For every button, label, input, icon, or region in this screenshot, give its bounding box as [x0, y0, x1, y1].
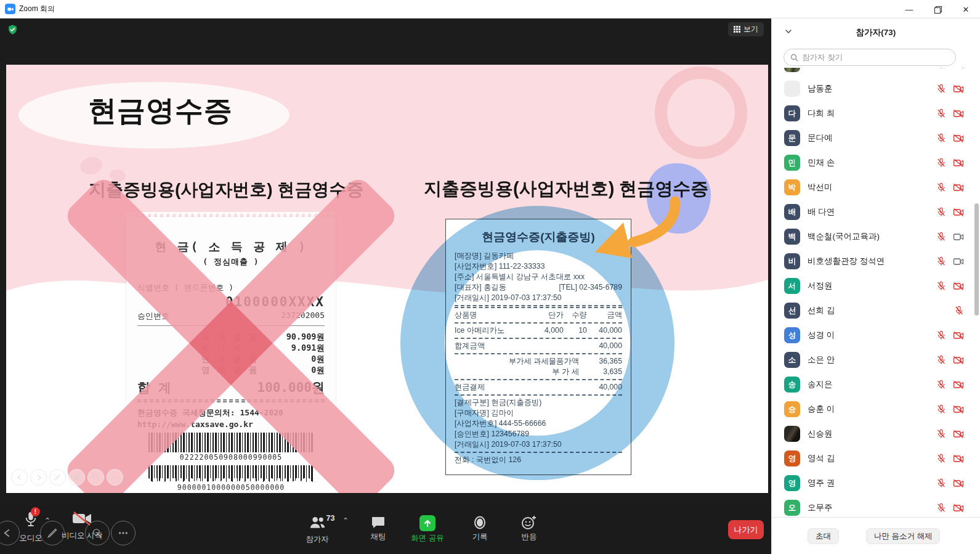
camera-on-icon — [953, 232, 964, 242]
audio-label: 오디오 — [19, 533, 43, 544]
divider — [455, 305, 622, 308]
reactions-label: 반응 — [522, 532, 537, 542]
biz-no-line: [사업자번호] 444-55-66666 — [455, 418, 622, 429]
participant-row[interactable]: 비 비호생활관장 정석연 — [772, 249, 980, 274]
reactions-button[interactable]: 반응 — [514, 515, 544, 542]
chat-button[interactable]: 채팅 — [365, 515, 392, 542]
tel-line: [TEL] 02-345-6789 — [559, 282, 622, 293]
view-button[interactable]: 보기 — [728, 22, 764, 36]
participant-row[interactable]: 배 배 다연 — [772, 200, 980, 224]
record-button[interactable]: 기록 — [466, 515, 493, 542]
avatar: 송 — [784, 377, 800, 393]
participant-row[interactable]: 송 송지은 — [772, 372, 980, 397]
collapse-chevron-icon[interactable] — [784, 27, 793, 38]
camera-off-icon — [953, 158, 964, 168]
participant-status-icons — [936, 478, 964, 488]
participant-search[interactable] — [784, 49, 956, 66]
participant-row[interactable]: 남동훈 — [772, 76, 980, 101]
participant-row[interactable] — [772, 68, 980, 76]
participant-row[interactable]: 소 소은 안 — [772, 348, 980, 372]
grid-view-icon — [734, 26, 740, 33]
participant-row[interactable]: 박 박선미 — [772, 175, 980, 200]
participant-row[interactable]: 영 영석 김 — [772, 446, 980, 471]
participant-row[interactable]: 신승원 — [772, 422, 980, 446]
barcode-1 — [148, 433, 314, 452]
leave-button[interactable]: 나가기 — [728, 520, 764, 539]
security-shield-icon[interactable] — [7, 24, 18, 38]
participant-row[interactable]: 백 백순철(국어교육과) — [772, 224, 980, 249]
next-slide-button[interactable] — [30, 469, 47, 486]
unmute-self-button[interactable]: 나만 음소거 해제 — [866, 528, 940, 544]
participants-label: 참가자 — [306, 534, 329, 545]
participant-row[interactable]: 문 문다예 — [772, 126, 980, 150]
participant-name: 남동훈 — [808, 83, 936, 94]
camera-off-icon — [953, 380, 964, 389]
receipt-expense-proof: 현금영수증(지출증빙) [매장명] 길동카페 [사업자번호] 111-22-33… — [445, 219, 631, 475]
amount-rows: 과 세 물 품90.909원 부 가 세9.091원 면 세 물 품0원 영 세… — [137, 331, 325, 375]
participant-row[interactable]: 선 선희 김 — [772, 298, 980, 323]
participant-row[interactable]: 승 승훈 이 — [772, 397, 980, 422]
mic-muted-icon — [936, 68, 946, 69]
biz-line: [사업자번호] 111-22-33333 — [455, 261, 622, 272]
divider — [137, 325, 325, 326]
avatar: 소 — [784, 352, 800, 368]
participant-name: 박선미 — [808, 182, 936, 193]
mic-muted-icon — [936, 429, 946, 439]
participant-row[interactable]: 서 서정원 — [772, 274, 980, 298]
camera-off-icon — [953, 356, 964, 365]
participant-name: 소은 안 — [808, 354, 936, 365]
barcode-1-number: 022220050908000990005 — [137, 453, 325, 462]
participants-button[interactable]: 73 참가자 — [294, 515, 340, 545]
restore-button[interactable] — [923, 0, 952, 18]
participant-row[interactable]: 민 민채 손 — [772, 150, 980, 175]
mic-muted-icon — [936, 133, 946, 143]
mic-muted-icon — [936, 355, 946, 365]
camera-off-icon — [953, 331, 964, 340]
avatar: 문 — [784, 130, 800, 146]
participant-name: 영주 권 — [808, 478, 936, 489]
total-value: 100.000원 — [257, 379, 325, 396]
participants-caret[interactable]: ⌃ — [342, 516, 349, 525]
amount-row: 면 세 물 품0원 — [137, 353, 325, 364]
divider — [455, 322, 622, 324]
video-button[interactable]: 비디오 시작 — [60, 510, 103, 541]
avatar: 오 — [784, 500, 800, 516]
avatar: 비 — [784, 253, 800, 269]
avatar: 승 — [784, 401, 800, 417]
participants-footer: 초대 나만 음소거 해제 — [772, 517, 980, 554]
search-input[interactable] — [802, 53, 949, 62]
pen-tool-button[interactable] — [49, 469, 66, 486]
participant-row[interactable]: 성 성경 이 — [772, 323, 980, 348]
participant-row[interactable]: 오 오무주 — [772, 495, 980, 516]
scrollbar-thumb[interactable] — [974, 203, 979, 316]
audio-alert-badge: ! — [31, 507, 40, 516]
participant-name: 영석 김 — [808, 453, 936, 464]
mic-muted-icon — [936, 454, 946, 463]
chat-icon — [371, 515, 386, 530]
invite-button[interactable]: 초대 — [808, 528, 839, 544]
participant-row[interactable]: 다 다희 최 — [772, 101, 980, 126]
camera-off-icon — [953, 68, 964, 69]
zoom-app-icon — [5, 4, 15, 14]
overlay-more-button[interactable] — [111, 521, 136, 545]
participant-status-icons — [936, 281, 964, 291]
receipt-left-id-label: 식별번호 ( 핸드폰번호 ) — [137, 282, 325, 293]
share-screen-button[interactable]: 화면 공유 — [405, 515, 450, 544]
minimize-button[interactable]: — — [895, 0, 923, 18]
divider — [455, 452, 622, 453]
prev-slide-button[interactable] — [11, 469, 28, 486]
audio-button[interactable]: ! 오디오 — [17, 510, 44, 544]
all-slides-button[interactable] — [68, 469, 85, 486]
search-icon — [790, 54, 798, 62]
receipt-right-title: 현금영수증(지출증빙) — [455, 232, 622, 242]
record-icon — [472, 515, 487, 530]
table-row-item: Ice 아메리카노 4,000 10 40,000 — [455, 325, 622, 336]
tax-url-line: http://www.taxsave.go.kr — [137, 420, 325, 429]
avatar: 백 — [784, 229, 800, 245]
close-button[interactable]: ✕ — [952, 0, 980, 18]
participant-row[interactable]: 영 영주 권 — [772, 471, 980, 495]
view-label: 보기 — [743, 24, 758, 35]
more-options-button[interactable] — [107, 469, 123, 486]
participant-status-icons — [936, 454, 964, 463]
zoom-tool-button[interactable] — [87, 469, 104, 486]
